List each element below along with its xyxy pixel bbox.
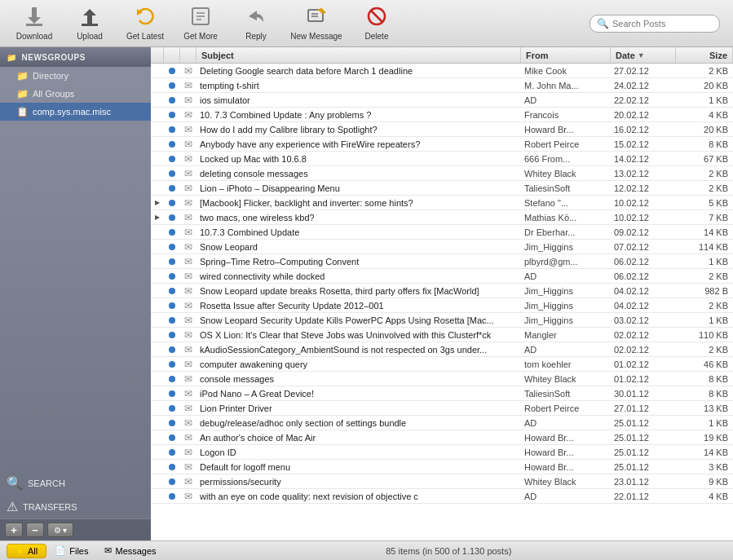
row-date: 01.02.12 (611, 374, 676, 384)
table-row[interactable]: ✉tempting t-shirtM. John Ma...24.02.1220… (151, 78, 733, 93)
row-flag (164, 112, 180, 118)
row-size: 5 KB (676, 198, 733, 208)
statusbar-tab-all[interactable]: ★ All (7, 544, 46, 558)
row-read-icon: ✉ (180, 359, 196, 370)
row-flag (164, 361, 180, 368)
row-from: Howard Br... (521, 433, 611, 443)
row-read-icon: ✉ (180, 183, 196, 194)
table-row[interactable]: ✉kAudioSessionCategory_AmbientSound is n… (151, 342, 733, 357)
sidebar-item-all-groups[interactable]: 📁 All Groups (0, 85, 151, 103)
table-row[interactable]: ✉permissions/securityWhitey Black23.01.1… (151, 474, 733, 489)
row-subject: Rosetta Issue after Security Update 2012… (196, 301, 521, 311)
sidebar-remove-button[interactable]: − (26, 523, 44, 537)
row-subject: Snow Leopard Security Update Kills Power… (196, 315, 521, 325)
table-row[interactable]: ✉Snow Leopard update breaks Rosetta, thi… (151, 284, 733, 298)
row-date: 22.02.12 (611, 95, 676, 105)
row-date: 09.02.12 (611, 227, 676, 237)
table-row[interactable]: ✉Rosetta Issue after Security Update 201… (151, 298, 733, 313)
toolbar: Download Upload Get Latest Get More Repl… (0, 0, 733, 47)
row-subject: 10.7.3 Combined Update (196, 227, 521, 237)
get-latest-label: Get Latest (126, 32, 164, 41)
row-flag (164, 390, 180, 397)
statusbar: ★ All 📄 Files ✉ Messages 85 items (in 50… (0, 540, 733, 560)
table-row[interactable]: ✉Anybody have any experience with FireWi… (151, 137, 733, 152)
table-row[interactable]: ✉debug/release/adhoc only section of set… (151, 416, 733, 430)
row-date: 13.02.12 (611, 169, 676, 179)
comp-sys-mac-icon: 📋 (16, 106, 29, 117)
row-date: 14.02.12 (611, 154, 676, 164)
row-size: 7 KB (676, 213, 733, 223)
sidebar-transfers-item[interactable]: ⚠ TRANSFERS (0, 495, 151, 518)
row-date: 02.02.12 (611, 345, 676, 355)
table-row[interactable]: ✉iPod Nano – A Great Device!TaliesinSoft… (151, 386, 733, 401)
table-row[interactable]: ✉10.7.3 Combined UpdateDr Eberhar...09.0… (151, 225, 733, 240)
table-row[interactable]: ✉Logon IDHoward Br...25.01.1214 KB (151, 445, 733, 460)
row-flag (164, 68, 180, 74)
sidebar-add-button[interactable]: + (5, 523, 23, 537)
table-row[interactable]: ✉OS X Lion: It's Clear that Steve Jobs w… (151, 328, 733, 342)
row-date: 25.01.12 (611, 433, 676, 443)
table-row[interactable]: ✉10. 7.3 Combined Update : Any problems … (151, 108, 733, 122)
table-row[interactable]: ✉Snow Leopard Security Update Kills Powe… (151, 313, 733, 328)
get-latest-button[interactable]: Get Latest (117, 2, 173, 45)
row-expand[interactable]: ▶ (151, 214, 164, 221)
th-from[interactable]: From (521, 47, 611, 63)
table-row[interactable]: ✉with an eye on code quality: next revis… (151, 489, 733, 504)
statusbar-tab-messages[interactable]: ✉ Messages (96, 544, 164, 558)
row-read-icon: ✉ (180, 168, 196, 179)
row-from: 666 From... (521, 154, 611, 164)
sidebar-search-item[interactable]: 🔍 SEARCH (0, 471, 151, 495)
row-expand[interactable]: ▶ (151, 199, 164, 206)
download-button[interactable]: Download (7, 2, 62, 45)
row-read-icon: ✉ (180, 432, 196, 443)
row-size: 8 KB (676, 389, 733, 399)
delete-button[interactable]: Delete (349, 2, 404, 45)
table-row[interactable]: ✉deleting console messagesWhitey Black13… (151, 166, 733, 181)
message-list[interactable]: ✉Deleting Google search data before Marc… (151, 64, 733, 540)
table-row[interactable]: ✉Locked up Mac with 10.6.8666 From...14.… (151, 152, 733, 166)
table-row[interactable]: ✉console messagesWhitey Black01.02.128 K… (151, 372, 733, 386)
row-from: AD (521, 345, 611, 355)
table-row[interactable]: ✉ios simulatorAD22.02.121 KB (151, 93, 733, 108)
new-message-button[interactable]: New Message (284, 2, 349, 45)
row-from: Whitey Black (521, 374, 611, 384)
table-row[interactable]: ✉Spring–Time Retro–Computing Conventplby… (151, 254, 733, 269)
table-row[interactable]: ✉An author's choice of Mac AirHoward Br.… (151, 430, 733, 445)
new-message-icon (306, 6, 327, 30)
row-from: Mike Cook (521, 66, 611, 76)
row-date: 16.02.12 (611, 125, 676, 134)
statusbar-tab-files[interactable]: 📄 Files (46, 544, 96, 558)
row-from: Robert Peirce (521, 139, 611, 149)
row-subject: OS X Lion: It's Clear that Steve Jobs wa… (196, 330, 521, 340)
table-row[interactable]: ▶✉[Macbook] Flicker, backlight and inver… (151, 196, 733, 210)
table-row[interactable]: ▶✉two macs, one wireless kbd?Mathias Kö.… (151, 210, 733, 225)
th-size[interactable]: Size (676, 47, 733, 63)
sidebar-item-comp-sys-mac[interactable]: 📋 comp.sys.mac.misc (0, 103, 151, 121)
sidebar-item-directory[interactable]: 📁 Directory (0, 67, 151, 85)
table-row[interactable]: ✉Snow LeopardJim_Higgins07.02.12114 KB (151, 240, 733, 254)
table-row[interactable]: ✉Lion – iPhoto – Disappearing MenuTalies… (151, 181, 733, 196)
row-date: 25.01.12 (611, 418, 676, 428)
upload-button[interactable]: Upload (62, 2, 117, 45)
table-row[interactable]: ✉wired connectivity while dockedAD06.02.… (151, 269, 733, 284)
table-row[interactable]: ✉Default for logoff menuHoward Br...25.0… (151, 460, 733, 474)
search-input[interactable] (612, 19, 713, 29)
row-from: Jim_Higgins (521, 301, 611, 311)
row-from: Francois (521, 110, 611, 120)
th-date[interactable]: Date ▼ (611, 47, 676, 63)
reply-button[interactable]: Reply (228, 2, 284, 45)
newsgroups-folder-icon: 📁 (7, 53, 17, 62)
table-row[interactable]: ✉Deleting Google search data before Marc… (151, 64, 733, 78)
get-more-button[interactable]: Get More (173, 2, 228, 45)
row-from: TaliesinSoft (521, 183, 611, 193)
table-row[interactable]: ✉Lion Printer DriverRobert Peirce27.01.1… (151, 401, 733, 416)
row-subject: computer awakening query (196, 359, 521, 369)
row-read-icon: ✉ (180, 447, 196, 458)
row-subject: debug/release/adhoc only section of sett… (196, 418, 521, 428)
sidebar-settings-button[interactable]: ⚙ ▾ (47, 523, 73, 537)
table-row[interactable]: ✉computer awakening querytom koehler01.0… (151, 357, 733, 372)
table-row[interactable]: ✉How do I add my Calibre library to Spot… (151, 122, 733, 137)
th-subject[interactable]: Subject (196, 47, 521, 63)
row-subject: console messages (196, 374, 521, 384)
row-date: 27.01.12 (611, 403, 676, 413)
